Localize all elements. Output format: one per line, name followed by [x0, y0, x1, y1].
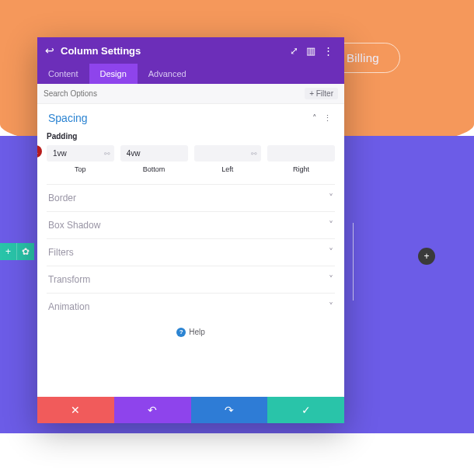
- settings-panel: ↩ Column Settings ⤢ ▥ ⋮ Content Design A…: [37, 37, 344, 423]
- panel-title: Column Settings: [61, 45, 285, 57]
- tab-design[interactable]: Design: [89, 64, 138, 84]
- padding-top-field: ⚯ Top: [47, 145, 114, 173]
- filter-bar: + Filter: [37, 84, 344, 104]
- module-settings-button[interactable]: ✿: [17, 243, 34, 260]
- chevron-down-icon: ˅: [329, 247, 333, 258]
- link-icon[interactable]: ⚯: [251, 150, 257, 158]
- chevron-down-icon: ˅: [329, 193, 333, 203]
- section-transform[interactable]: Transform ˅: [47, 266, 335, 293]
- help-row[interactable]: ?Help: [47, 320, 335, 340]
- section-box-shadow[interactable]: Box Shadow ˅: [47, 211, 335, 238]
- more-icon[interactable]: ⋮: [319, 45, 336, 57]
- padding-left-field: ⚯ Left: [194, 145, 262, 173]
- annotation-1: 1: [37, 145, 42, 158]
- padding-bottom-label: Bottom: [120, 165, 188, 173]
- padding-right-input[interactable]: [267, 145, 335, 162]
- panel-header: ↩ Column Settings ⤢ ▥ ⋮: [37, 37, 344, 64]
- undo-button[interactable]: ↶: [114, 397, 191, 423]
- redo-button[interactable]: ↷: [191, 397, 268, 423]
- save-button[interactable]: ✓: [267, 397, 344, 423]
- section-spacing-title: Spacing: [48, 112, 88, 124]
- padding-row: 1 ⚯ Top Bottom ⚯ Left: [47, 145, 335, 173]
- column-divider: [353, 223, 354, 301]
- tab-content[interactable]: Content: [37, 64, 89, 84]
- padding-right-field: Right: [267, 145, 335, 173]
- section-animation-label: Animation: [48, 301, 89, 312]
- cancel-button[interactable]: ✕: [37, 397, 114, 423]
- filter-button[interactable]: + Filter: [305, 88, 338, 99]
- tab-advanced[interactable]: Advanced: [138, 64, 197, 84]
- module-add-button[interactable]: +: [0, 243, 17, 260]
- section-border-label: Border: [48, 193, 76, 203]
- link-icon[interactable]: ⚯: [104, 150, 110, 158]
- chevron-up-icon: ˄: [308, 113, 321, 123]
- chevron-down-icon: ˅: [329, 301, 333, 312]
- panel-body: Spacing ˄ ⋮ Padding 1 ⚯ Top Bottom: [37, 104, 344, 397]
- padding-bottom-field: Bottom: [120, 145, 188, 173]
- section-spacing-header[interactable]: Spacing ˄ ⋮: [47, 104, 335, 129]
- background-white-bottom: [0, 433, 474, 476]
- page-scrollbar[interactable]: [468, 0, 474, 476]
- search-input[interactable]: [44, 89, 305, 98]
- section-filters[interactable]: Filters ˅: [47, 238, 335, 266]
- section-filters-label: Filters: [48, 247, 74, 258]
- section-add-button[interactable]: +: [418, 248, 435, 265]
- panel-footer: ✕ ↶ ↷ ✓: [37, 397, 344, 423]
- padding-right-label: Right: [267, 165, 335, 173]
- help-label: Help: [189, 328, 205, 336]
- module-side-controls: + ✿: [0, 243, 34, 260]
- section-transform-label: Transform: [48, 274, 90, 285]
- section-border[interactable]: Border ˅: [47, 184, 335, 211]
- padding-top-label: Top: [47, 165, 114, 173]
- chevron-down-icon: ˅: [329, 274, 333, 285]
- filter-label: Filter: [316, 89, 333, 98]
- snap-icon[interactable]: ▥: [302, 45, 319, 57]
- help-icon: ?: [176, 328, 186, 337]
- chevron-down-icon: ˅: [329, 220, 333, 231]
- expand-icon[interactable]: ⤢: [285, 45, 302, 57]
- padding-left-label: Left: [194, 165, 262, 173]
- section-box-shadow-label: Box Shadow: [48, 220, 100, 231]
- padding-bottom-input[interactable]: [120, 145, 188, 162]
- padding-group-label: Padding: [47, 129, 335, 145]
- panel-tabs: Content Design Advanced: [37, 64, 344, 84]
- back-icon[interactable]: ↩: [45, 44, 54, 57]
- section-animation[interactable]: Animation ˅: [47, 293, 335, 320]
- section-more-icon[interactable]: ⋮: [321, 113, 333, 123]
